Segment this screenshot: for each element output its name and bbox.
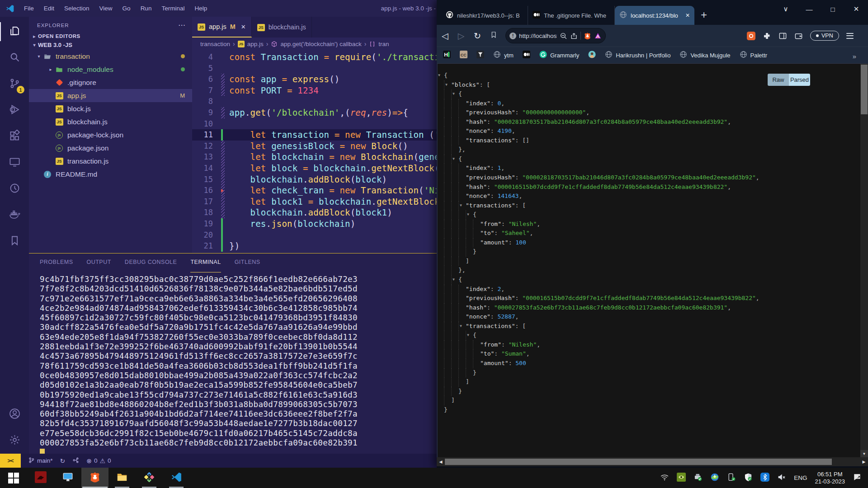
remote-indicator[interactable]: >< (0, 454, 21, 468)
raw-button[interactable]: Raw (768, 74, 789, 86)
url-text[interactable]: http://localhost:1... (519, 33, 557, 39)
menu-help[interactable]: Help (189, 0, 212, 17)
activity-source-control[interactable]: 1 (0, 71, 29, 97)
collapse-triangle-icon[interactable]: ▼ (453, 275, 455, 285)
bookmark-harikrushn-portfolio[interactable]: Harikrushn | Portfolio (605, 51, 670, 60)
taskbar-security-tool[interactable] (27, 468, 54, 488)
speaker-muted-icon[interactable] (777, 473, 786, 483)
menu-selection[interactable]: Selection (59, 0, 94, 17)
bluetooth-icon[interactable] (760, 473, 769, 483)
clock[interactable]: 06:51 PM 21-03-2023 (815, 471, 845, 485)
menu-file[interactable]: File (19, 0, 39, 17)
vpn-button[interactable]: VPN (810, 31, 839, 41)
tree-item-blockchain-js[interactable]: JSblockchain.js (29, 115, 192, 128)
tree-item-app-js[interactable]: JSapp.jsM (29, 89, 192, 102)
tree-item-block-js[interactable]: JSblock.js (29, 102, 192, 115)
activity-account[interactable] (0, 401, 29, 427)
maximize-button[interactable]: □ (821, 5, 844, 13)
browser-tab-localhost-1234[interactable]: localhost:1234/blo✕ (615, 6, 694, 25)
taskbar-start[interactable] (0, 468, 27, 488)
forward-button[interactable]: ▷ (453, 31, 469, 41)
scrollbar-thumb[interactable] (861, 65, 868, 114)
tree-item-package-json[interactable]: jspackage.json (29, 141, 192, 155)
panel-tab-debug-console[interactable]: DEBUG CONSOLE (125, 259, 177, 272)
tree-item-node-modules[interactable]: ▸node_modules (29, 63, 192, 76)
tree-item--gitignore[interactable]: .gitignore (29, 76, 192, 89)
tree-item-transaction[interactable]: ▾transaction (29, 50, 192, 63)
sync-button[interactable]: ↻ (60, 457, 66, 465)
notification-icon[interactable] (853, 473, 862, 483)
collapse-triangle-icon[interactable]: ▼ (453, 89, 455, 99)
bookmark-cc-icon[interactable]: CC (460, 51, 467, 60)
extension-orange-icon[interactable] (747, 32, 755, 40)
taskbar-brave[interactable] (81, 468, 108, 488)
open-editors-section[interactable]: ▸ OPEN EDITORS (29, 32, 192, 40)
menu-go[interactable]: Go (118, 0, 136, 17)
tree-item-transaction-js[interactable]: JStransaction.js (29, 155, 192, 168)
reload-button[interactable]: ↻ (469, 31, 486, 41)
collapse-triangle-icon[interactable]: ▼ (467, 210, 469, 220)
scroll-right-arrow-icon[interactable]: ▶ (860, 460, 868, 464)
browser-tab-the[interactable]: The .gitignore File. Whe (528, 6, 615, 25)
problems-summary[interactable]: ⊗ 0 ⚠ 0 (86, 457, 111, 465)
gitlens-graph-button[interactable] (72, 457, 79, 465)
taskbar-vscode[interactable] (163, 468, 190, 488)
taskbar-git-client[interactable] (136, 468, 163, 488)
activity-explorer[interactable] (0, 19, 29, 45)
collapse-triangle-icon[interactable]: ▼ (453, 155, 455, 164)
panel-tab-output[interactable]: OUTPUT (86, 259, 111, 272)
menu-view[interactable]: View (94, 0, 118, 17)
scroll-down-arrow-icon[interactable]: ▼ (860, 450, 868, 458)
wifi-icon[interactable] (660, 473, 669, 483)
horizontal-scrollbar[interactable]: ◀ ▶ (437, 457, 868, 466)
close-tab-icon[interactable]: ✕ (685, 12, 690, 19)
collapse-triangle-icon[interactable]: ▼ (460, 201, 462, 211)
idm-icon[interactable] (710, 473, 719, 483)
address-bar[interactable]: ! http://localhost:1... (505, 28, 606, 43)
new-tab-button[interactable]: + (694, 9, 713, 25)
breadcrumb-item[interactable]: transaction (200, 41, 230, 47)
close-button[interactable]: ✕ (844, 5, 868, 13)
minimize-button[interactable]: — (797, 5, 821, 13)
menu-terminal[interactable]: Terminal (156, 0, 189, 17)
bookmark-hackerrank-icon[interactable]: H (443, 51, 451, 60)
breadcrumb-item[interactable]: app.js (247, 41, 264, 47)
back-button[interactable]: ◁ (437, 31, 453, 41)
browser-tab-nileshkr17[interactable]: nileshkr17/web3.0--js: B (441, 6, 528, 25)
language-indicator[interactable]: ENG (794, 474, 807, 481)
activity-search[interactable] (0, 45, 29, 71)
menu-button[interactable] (846, 33, 854, 39)
bookmark-medium-icon[interactable] (523, 51, 530, 60)
close-tab-icon[interactable]: ✕ (241, 23, 246, 30)
collapse-triangle-icon[interactable]: ▼ (460, 322, 462, 331)
vertical-scrollbar[interactable]: ▼ (860, 64, 868, 458)
phone-icon[interactable] (727, 473, 736, 483)
tree-item-package-lock-json[interactable]: jspackage-lock.json (29, 128, 192, 141)
defender-icon[interactable] (744, 473, 753, 483)
wallet-icon[interactable] (794, 32, 803, 40)
bookmark-palettr[interactable]: Palettr (740, 51, 768, 60)
git-branch-item[interactable]: main* (28, 457, 53, 465)
collapse-triangle-icon[interactable]: ▼ (438, 71, 440, 80)
site-info-icon[interactable]: ! (509, 33, 516, 39)
collapse-triangle-icon[interactable]: ▼ (445, 80, 448, 90)
editor-tab-app-js[interactable]: JSapp.jsM✕ (192, 17, 252, 38)
breadcrumb-item[interactable]: tran (378, 41, 389, 47)
extensions-puzzle-icon[interactable] (763, 32, 771, 40)
bookmark-funnel-icon[interactable] (476, 51, 484, 60)
printer-icon[interactable] (693, 473, 703, 483)
breadcrumb-item[interactable]: app.get('/blockchain') callback (280, 41, 361, 47)
bookmark-grammarly[interactable]: Grammarly (539, 51, 579, 60)
activity-bookmarks[interactable] (0, 228, 29, 254)
share-icon[interactable] (570, 32, 578, 40)
zoom-icon[interactable] (560, 32, 567, 40)
scroll-left-arrow-icon[interactable]: ◀ (437, 460, 445, 464)
brave-rewards-icon[interactable] (594, 32, 602, 40)
menu-run[interactable]: Run (136, 0, 157, 17)
taskbar-this-pc[interactable] (54, 468, 81, 488)
workspace-root-section[interactable]: ▾ WEB 3.0 -JS (29, 40, 192, 50)
activity-settings[interactable] (0, 427, 29, 454)
editor-tab-blockchain-js[interactable]: JSblockchain.js (252, 17, 312, 38)
sidebar-toggle-icon[interactable] (778, 32, 787, 40)
bookmark-ytm[interactable]: ytm (493, 51, 514, 60)
